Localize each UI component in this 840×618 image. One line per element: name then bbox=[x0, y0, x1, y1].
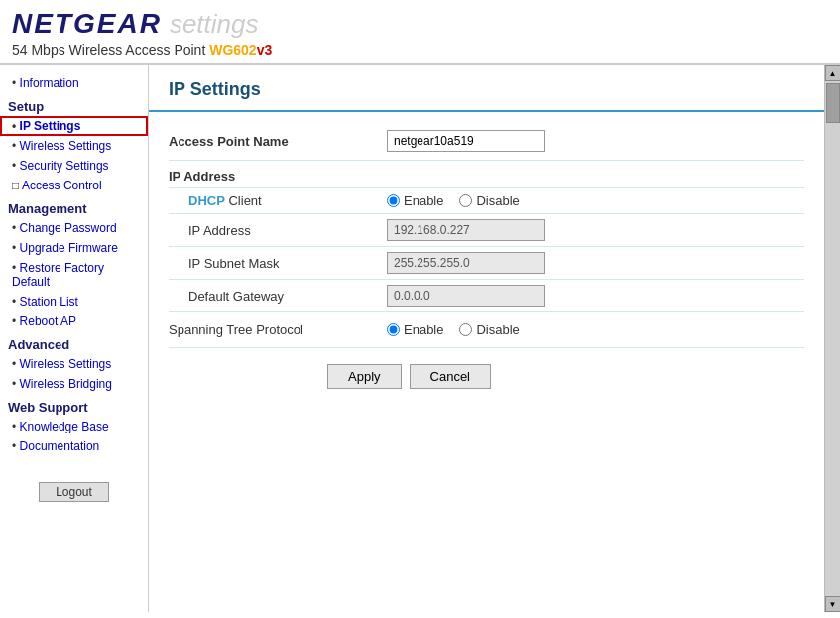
sidebar-item-reboot-ap[interactable]: • Reboot AP bbox=[0, 311, 148, 331]
spanning-disable-radio[interactable] bbox=[459, 323, 472, 336]
dhcp-enable-label: Enable bbox=[404, 193, 443, 208]
ip-address-input-wrapper bbox=[387, 219, 545, 241]
access-point-name-row: Access Point Name bbox=[169, 122, 804, 161]
logout-button[interactable]: Logout bbox=[39, 482, 109, 502]
subtitle: 54 Mbps Wireless Access Point WG602v3 bbox=[12, 42, 828, 58]
apply-button[interactable]: Apply bbox=[327, 364, 402, 389]
ip-subnet-input[interactable] bbox=[387, 252, 545, 274]
ip-subnet-label: IP Subnet Mask bbox=[188, 256, 387, 271]
dhcp-disable-label: Disable bbox=[476, 193, 519, 208]
sidebar-item-information[interactable]: • Information bbox=[0, 73, 148, 93]
dhcp-client-label: DHCP Client bbox=[188, 193, 387, 208]
sidebar-item-security-settings[interactable]: • Security Settings bbox=[0, 156, 148, 176]
default-gateway-input-wrapper bbox=[387, 285, 545, 307]
dhcp-enable-radio[interactable] bbox=[387, 194, 400, 207]
sidebar-item-change-password[interactable]: • Change Password bbox=[0, 218, 148, 238]
dhcp-client-row: DHCP Client Enable Disable bbox=[169, 188, 804, 214]
content-area: Access Point Name IP Address DHCP Client… bbox=[149, 112, 824, 415]
scrollbar[interactable]: ▲ ▼ bbox=[824, 65, 840, 612]
sidebar-item-wireless-settings[interactable]: • Wireless Settings bbox=[0, 136, 148, 156]
sidebar-item-upgrade-firmware[interactable]: • Upgrade Firmware bbox=[0, 238, 148, 258]
ip-subnet-row: IP Subnet Mask bbox=[169, 247, 804, 280]
spanning-enable-radio[interactable] bbox=[387, 323, 400, 336]
access-point-name-input-wrapper bbox=[387, 130, 545, 152]
default-gateway-input[interactable] bbox=[387, 285, 545, 307]
spanning-disable-option[interactable]: Disable bbox=[459, 322, 519, 337]
model-number: WG602 bbox=[209, 42, 256, 58]
sidebar-item-wireless-bridging[interactable]: • Wireless Bridging bbox=[0, 374, 148, 394]
settings-text: settings bbox=[170, 9, 259, 40]
spanning-enable-option[interactable]: Enable bbox=[387, 322, 443, 337]
default-gateway-label: Default Gateway bbox=[188, 289, 387, 304]
sidebar-item-knowledge-base[interactable]: • Knowledge Base bbox=[0, 417, 148, 436]
brand-logo: NETGEAR bbox=[12, 8, 162, 40]
sidebar-item-documentation[interactable]: • Documentation bbox=[0, 436, 148, 456]
sidebar-section-web-support: Web Support bbox=[0, 394, 148, 417]
sidebar-item-station-list[interactable]: • Station List bbox=[0, 292, 148, 311]
page-title: IP Settings bbox=[149, 65, 824, 112]
header: NETGEAR settings 54 Mbps Wireless Access… bbox=[0, 0, 840, 65]
ip-address-section-header: IP Address bbox=[169, 161, 804, 188]
button-row: Apply Cancel bbox=[169, 348, 804, 405]
ip-subnet-input-wrapper bbox=[387, 252, 545, 274]
ip-address-label: IP Address bbox=[188, 223, 387, 238]
default-gateway-row: Default Gateway bbox=[169, 280, 804, 312]
spanning-radio-group: Enable Disable bbox=[387, 322, 520, 337]
sidebar-item-ip-settings[interactable]: • IP Settings bbox=[0, 116, 148, 136]
dhcp-disable-option[interactable]: Disable bbox=[459, 193, 519, 208]
spanning-disable-label: Disable bbox=[476, 322, 519, 337]
spanning-tree-row: Spanning Tree Protocol Enable Disable bbox=[169, 312, 804, 348]
access-point-name-label: Access Point Name bbox=[169, 134, 387, 149]
dhcp-radio-group: Enable Disable bbox=[387, 193, 520, 208]
logout-area: Logout bbox=[0, 472, 148, 512]
subtitle-prefix: 54 Mbps Wireless Access Point bbox=[12, 42, 205, 58]
spanning-enable-label: Enable bbox=[404, 322, 443, 337]
ip-address-row: IP Address bbox=[169, 214, 804, 247]
scroll-thumb[interactable] bbox=[826, 83, 840, 123]
access-point-name-input[interactable] bbox=[387, 130, 545, 152]
model-version: v3 bbox=[257, 42, 273, 58]
spanning-tree-label: Spanning Tree Protocol bbox=[169, 322, 387, 337]
cancel-button[interactable]: Cancel bbox=[410, 364, 491, 389]
sidebar-item-restore-factory[interactable]: • Restore Factory Default bbox=[0, 258, 148, 292]
sidebar: • Information Setup • IP Settings • Wire… bbox=[0, 65, 149, 612]
dhcp-disable-radio[interactable] bbox=[459, 194, 472, 207]
sidebar-item-adv-wireless[interactable]: • Wireless Settings bbox=[0, 354, 148, 374]
sidebar-section-setup: Setup bbox=[0, 93, 148, 116]
scroll-down-arrow[interactable]: ▼ bbox=[825, 596, 841, 612]
sidebar-section-advanced: Advanced bbox=[0, 331, 148, 354]
scroll-up-arrow[interactable]: ▲ bbox=[825, 65, 841, 81]
sidebar-section-management: Management bbox=[0, 195, 148, 218]
main-content: IP Settings Access Point Name IP Address… bbox=[149, 65, 824, 612]
sidebar-item-access-control[interactable]: □ Access Control bbox=[0, 176, 148, 195]
ip-address-input[interactable] bbox=[387, 219, 545, 241]
dhcp-enable-option[interactable]: Enable bbox=[387, 193, 443, 208]
